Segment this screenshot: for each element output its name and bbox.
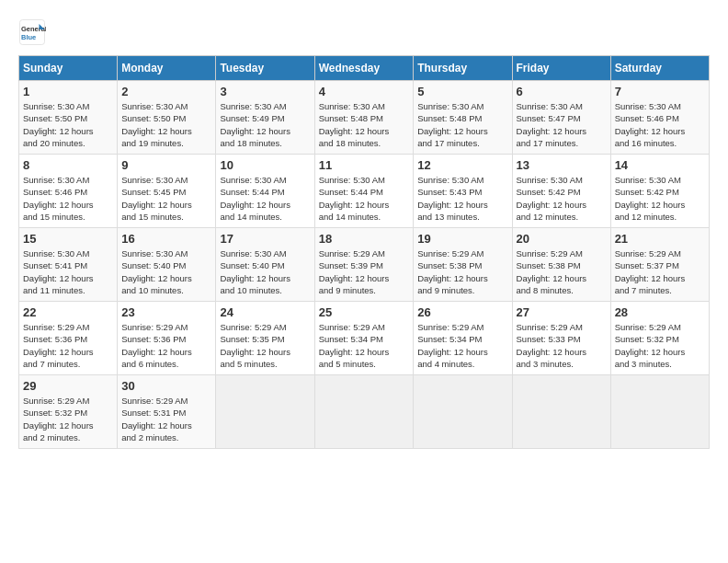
day-info: Sunrise: 5:30 AM Sunset: 5:46 PM Dayligh…	[615, 100, 705, 149]
day-number: 12	[417, 158, 507, 172]
day-info: Sunrise: 5:29 AM Sunset: 5:36 PM Dayligh…	[23, 321, 113, 370]
table-row: 28Sunrise: 5:29 AM Sunset: 5:32 PM Dayli…	[610, 302, 709, 375]
weekday-header-wednesday: Wednesday	[314, 56, 414, 81]
table-row: 7Sunrise: 5:30 AM Sunset: 5:46 PM Daylig…	[610, 81, 709, 155]
table-row: 16Sunrise: 5:30 AM Sunset: 5:40 PM Dayli…	[118, 228, 216, 302]
table-row	[414, 375, 512, 449]
day-number: 25	[319, 305, 410, 319]
table-row: 13Sunrise: 5:30 AM Sunset: 5:42 PM Dayli…	[512, 155, 610, 228]
table-row: 23Sunrise: 5:29 AM Sunset: 5:36 PM Dayli…	[118, 302, 216, 375]
day-info: Sunrise: 5:29 AM Sunset: 5:37 PM Dayligh…	[615, 247, 705, 296]
table-row	[216, 375, 314, 449]
day-number: 9	[121, 158, 211, 172]
day-info: Sunrise: 5:30 AM Sunset: 5:46 PM Dayligh…	[23, 174, 113, 223]
table-row: 2Sunrise: 5:30 AM Sunset: 5:50 PM Daylig…	[118, 81, 216, 155]
day-info: Sunrise: 5:30 AM Sunset: 5:47 PM Dayligh…	[517, 100, 607, 149]
table-row: 5Sunrise: 5:30 AM Sunset: 5:48 PM Daylig…	[414, 81, 512, 155]
day-info: Sunrise: 5:29 AM Sunset: 5:32 PM Dayligh…	[23, 395, 113, 443]
logo-icon: General Blue	[18, 18, 46, 46]
day-number: 22	[23, 305, 113, 319]
day-number: 24	[220, 305, 310, 319]
day-number: 7	[615, 85, 705, 98]
table-row: 9Sunrise: 5:30 AM Sunset: 5:45 PM Daylig…	[118, 155, 216, 228]
table-row: 11Sunrise: 5:30 AM Sunset: 5:44 PM Dayli…	[314, 155, 414, 228]
day-number: 17	[220, 232, 310, 246]
day-number: 28	[615, 305, 705, 319]
day-number: 2	[121, 85, 211, 98]
day-info: Sunrise: 5:29 AM Sunset: 5:36 PM Dayligh…	[121, 321, 211, 370]
day-info: Sunrise: 5:30 AM Sunset: 5:40 PM Dayligh…	[121, 247, 211, 296]
table-row: 18Sunrise: 5:29 AM Sunset: 5:39 PM Dayli…	[314, 228, 414, 302]
table-row: 26Sunrise: 5:29 AM Sunset: 5:34 PM Dayli…	[414, 302, 512, 375]
day-info: Sunrise: 5:29 AM Sunset: 5:38 PM Dayligh…	[417, 247, 507, 296]
weekday-header-sunday: Sunday	[19, 56, 118, 81]
day-info: Sunrise: 5:30 AM Sunset: 5:48 PM Dayligh…	[319, 100, 410, 149]
table-row: 19Sunrise: 5:29 AM Sunset: 5:38 PM Dayli…	[414, 228, 512, 302]
day-info: Sunrise: 5:30 AM Sunset: 5:45 PM Dayligh…	[121, 174, 211, 223]
page-header: General Blue	[18, 18, 710, 46]
day-info: Sunrise: 5:30 AM Sunset: 5:41 PM Dayligh…	[23, 247, 113, 296]
table-row: 6Sunrise: 5:30 AM Sunset: 5:47 PM Daylig…	[512, 81, 610, 155]
day-info: Sunrise: 5:29 AM Sunset: 5:31 PM Dayligh…	[121, 395, 211, 443]
day-number: 8	[23, 158, 113, 172]
table-row	[610, 375, 709, 449]
weekday-header-friday: Friday	[512, 56, 610, 81]
day-number: 13	[517, 158, 607, 172]
table-row: 14Sunrise: 5:30 AM Sunset: 5:42 PM Dayli…	[610, 155, 709, 228]
table-row: 29Sunrise: 5:29 AM Sunset: 5:32 PM Dayli…	[19, 375, 118, 449]
logo: General Blue	[18, 18, 50, 46]
day-info: Sunrise: 5:30 AM Sunset: 5:50 PM Dayligh…	[121, 100, 211, 149]
table-row: 1Sunrise: 5:30 AM Sunset: 5:50 PM Daylig…	[19, 81, 118, 155]
table-row	[512, 375, 610, 449]
day-info: Sunrise: 5:30 AM Sunset: 5:50 PM Dayligh…	[23, 100, 113, 149]
day-info: Sunrise: 5:30 AM Sunset: 5:43 PM Dayligh…	[417, 174, 507, 223]
calendar-table: SundayMondayTuesdayWednesdayThursdayFrid…	[18, 55, 710, 449]
day-info: Sunrise: 5:29 AM Sunset: 5:35 PM Dayligh…	[220, 321, 310, 370]
day-number: 21	[615, 232, 705, 246]
table-row: 15Sunrise: 5:30 AM Sunset: 5:41 PM Dayli…	[19, 228, 118, 302]
day-number: 26	[417, 305, 507, 319]
weekday-header-tuesday: Tuesday	[216, 56, 314, 81]
day-info: Sunrise: 5:30 AM Sunset: 5:42 PM Dayligh…	[615, 174, 705, 223]
table-row: 24Sunrise: 5:29 AM Sunset: 5:35 PM Dayli…	[216, 302, 314, 375]
day-number: 23	[121, 305, 211, 319]
day-info: Sunrise: 5:30 AM Sunset: 5:44 PM Dayligh…	[220, 174, 310, 223]
day-number: 27	[517, 305, 607, 319]
day-number: 6	[517, 85, 607, 98]
table-row: 8Sunrise: 5:30 AM Sunset: 5:46 PM Daylig…	[19, 155, 118, 228]
day-number: 16	[121, 232, 211, 246]
day-info: Sunrise: 5:30 AM Sunset: 5:48 PM Dayligh…	[417, 100, 507, 149]
table-row: 20Sunrise: 5:29 AM Sunset: 5:38 PM Dayli…	[512, 228, 610, 302]
day-number: 10	[220, 158, 310, 172]
table-row: 30Sunrise: 5:29 AM Sunset: 5:31 PM Dayli…	[118, 375, 216, 449]
table-row: 12Sunrise: 5:30 AM Sunset: 5:43 PM Dayli…	[414, 155, 512, 228]
table-row: 25Sunrise: 5:29 AM Sunset: 5:34 PM Dayli…	[314, 302, 414, 375]
day-info: Sunrise: 5:29 AM Sunset: 5:39 PM Dayligh…	[319, 247, 410, 296]
day-info: Sunrise: 5:29 AM Sunset: 5:34 PM Dayligh…	[417, 321, 507, 370]
table-row: 22Sunrise: 5:29 AM Sunset: 5:36 PM Dayli…	[19, 302, 118, 375]
weekday-header-thursday: Thursday	[414, 56, 512, 81]
day-info: Sunrise: 5:30 AM Sunset: 5:40 PM Dayligh…	[220, 247, 310, 296]
weekday-header-monday: Monday	[118, 56, 216, 81]
day-number: 3	[220, 85, 310, 98]
day-number: 4	[319, 85, 410, 98]
day-info: Sunrise: 5:29 AM Sunset: 5:34 PM Dayligh…	[319, 321, 410, 370]
day-number: 29	[23, 379, 113, 393]
table-row: 3Sunrise: 5:30 AM Sunset: 5:49 PM Daylig…	[216, 81, 314, 155]
table-row: 4Sunrise: 5:30 AM Sunset: 5:48 PM Daylig…	[314, 81, 414, 155]
day-number: 18	[319, 232, 410, 246]
weekday-header-saturday: Saturday	[610, 56, 709, 81]
svg-text:Blue: Blue	[21, 33, 36, 41]
day-number: 5	[417, 85, 507, 98]
table-row: 17Sunrise: 5:30 AM Sunset: 5:40 PM Dayli…	[216, 228, 314, 302]
table-row: 21Sunrise: 5:29 AM Sunset: 5:37 PM Dayli…	[610, 228, 709, 302]
day-number: 1	[23, 85, 113, 98]
day-number: 30	[121, 379, 211, 393]
table-row	[314, 375, 414, 449]
day-number: 19	[417, 232, 507, 246]
day-info: Sunrise: 5:29 AM Sunset: 5:33 PM Dayligh…	[517, 321, 607, 370]
day-info: Sunrise: 5:30 AM Sunset: 5:44 PM Dayligh…	[319, 174, 410, 223]
day-number: 20	[517, 232, 607, 246]
table-row: 27Sunrise: 5:29 AM Sunset: 5:33 PM Dayli…	[512, 302, 610, 375]
day-info: Sunrise: 5:30 AM Sunset: 5:42 PM Dayligh…	[517, 174, 607, 223]
